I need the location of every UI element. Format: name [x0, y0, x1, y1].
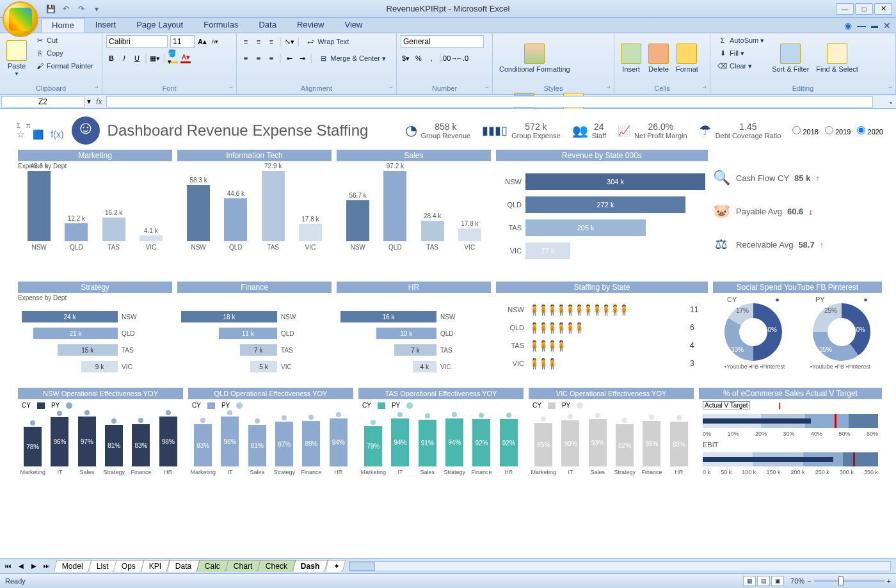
font-color-icon[interactable]: A▾: [180, 53, 191, 63]
tab-insert[interactable]: Insert: [85, 18, 127, 33]
increase-decimal-icon[interactable]: .00→: [444, 53, 454, 63]
sheet-tab-dash[interactable]: Dash: [292, 560, 328, 572]
insert-cells-button[interactable]: Insert: [618, 35, 644, 82]
sheet-tab-ops[interactable]: Ops: [113, 560, 145, 572]
maximize-button[interactable]: □: [855, 3, 873, 15]
dashboard-title: Dashboard Revenue Expense Staffing: [108, 122, 369, 139]
cut-button[interactable]: ✂Cut: [31, 35, 97, 46]
help-icon[interactable]: ◉ —▬✕: [844, 18, 891, 33]
view-page-layout-button[interactable]: ▤: [757, 576, 770, 586]
align-center-icon[interactable]: ≡: [253, 53, 264, 63]
sheet-nav-prev[interactable]: ◀: [15, 561, 27, 571]
decrease-decimal-icon[interactable]: ←.0: [457, 53, 467, 63]
sheet-tab-kpi[interactable]: KPI: [141, 560, 170, 572]
decrease-indent-icon[interactable]: ⇤: [284, 53, 294, 63]
fx-icon[interactable]: fx: [92, 97, 106, 106]
increase-font-icon[interactable]: A▴: [197, 36, 207, 47]
year-radio-2018[interactable]: 2018: [792, 126, 819, 136]
underline-button[interactable]: U: [132, 53, 142, 63]
delete-cells-button[interactable]: Delete: [646, 35, 671, 82]
align-middle-icon[interactable]: ≡: [253, 36, 264, 47]
font-name-combo[interactable]: [106, 35, 168, 48]
comma-icon[interactable]: ,: [426, 53, 436, 63]
align-top-icon[interactable]: ≡: [241, 36, 251, 47]
sheet-nav-last[interactable]: ⏭: [41, 561, 52, 571]
italic-button[interactable]: I: [119, 53, 129, 63]
align-left-icon[interactable]: ≡: [241, 53, 251, 63]
format-painter-button[interactable]: 🖌Format Painter: [31, 60, 97, 72]
merge-center-button[interactable]: ⊟Merge & Center ▾: [315, 52, 389, 64]
conditional-formatting-button[interactable]: Conditional Formatting: [497, 35, 573, 82]
namebox-dropdown-icon[interactable]: ▼: [86, 98, 92, 105]
copy-button[interactable]: ⎘Copy: [31, 47, 97, 59]
chart-eff-qld: QLD Operational Effectiveness YOY CY PY …: [187, 388, 355, 497]
tab-review[interactable]: Review: [287, 18, 335, 33]
people-icon: 👥: [572, 123, 588, 138]
clear-button[interactable]: ⌫Clear ▾: [714, 60, 767, 72]
tab-pagelayout[interactable]: Page Layout: [126, 18, 193, 33]
align-right-icon[interactable]: ≡: [266, 53, 276, 63]
number-format-combo[interactable]: [401, 35, 484, 48]
bar: 90% IT: [558, 420, 582, 475]
border-icon[interactable]: ▦▾: [150, 53, 160, 63]
zoom-level[interactable]: 70%: [790, 577, 804, 585]
format-cells-button[interactable]: Format: [673, 35, 701, 82]
worksheet-area[interactable]: Σ π☆ 🟦 f(x) Dashboard Revenue Expense St…: [0, 109, 896, 558]
tab-formulas[interactable]: Formulas: [193, 18, 248, 33]
qat-dropdown-icon[interactable]: ▾: [91, 3, 102, 15]
horizontal-scrollbar[interactable]: [349, 561, 891, 571]
minimize-button[interactable]: —: [836, 3, 854, 15]
person-icon: 🧍: [528, 340, 537, 352]
bar: 92% HR: [497, 419, 521, 475]
statusbar: Ready ▦ ▤ ▣ 70% − +: [0, 573, 896, 587]
view-page-break-button[interactable]: ▣: [771, 576, 784, 586]
currency-icon[interactable]: $▾: [401, 53, 411, 63]
zoom-slider[interactable]: [814, 580, 884, 582]
sheet-nav-first[interactable]: ⏮: [3, 561, 14, 571]
group-number-label: Number: [401, 84, 488, 93]
save-icon[interactable]: 💾: [45, 3, 56, 15]
sheet-tab-chart[interactable]: Chart: [225, 560, 261, 572]
fill-button[interactable]: ⬇Fill ▾: [714, 47, 767, 59]
year-radio-2019[interactable]: 2019: [825, 126, 851, 136]
sheet-tab-model[interactable]: Model: [53, 560, 92, 572]
tab-data[interactable]: Data: [248, 18, 286, 33]
new-sheet-button[interactable]: ✦: [324, 560, 346, 572]
close-button[interactable]: ✕: [874, 3, 892, 15]
tab-view[interactable]: View: [335, 18, 373, 33]
font-size-combo[interactable]: [170, 35, 195, 48]
bar: 87% Strategy: [272, 422, 296, 475]
percent-icon[interactable]: %: [413, 53, 424, 63]
sheet-tab-check[interactable]: Check: [257, 560, 296, 572]
chart-eff-nsw: NSW Operational Effectiveness YOY CY PY …: [17, 388, 184, 497]
align-bottom-icon[interactable]: ≡: [266, 36, 276, 47]
paste-button[interactable]: Paste▼: [4, 35, 29, 82]
view-normal-button[interactable]: ▦: [743, 576, 756, 586]
donut-chart: 40% 35% 25%: [813, 303, 870, 361]
increase-indent-icon[interactable]: ⇥: [297, 53, 307, 63]
office-button[interactable]: [3, 1, 38, 37]
redo-icon[interactable]: ↷: [76, 3, 87, 15]
formula-expand-icon[interactable]: ⌄: [886, 98, 896, 105]
name-box[interactable]: [1, 96, 84, 107]
decrease-font-icon[interactable]: A▾: [210, 36, 220, 47]
zoom-in-button[interactable]: +: [887, 577, 891, 585]
autosum-button[interactable]: ΣAutoSum ▾: [714, 35, 767, 46]
sort-filter-button[interactable]: Sort & Filter: [769, 35, 812, 82]
bold-button[interactable]: B: [106, 53, 116, 63]
orientation-icon[interactable]: ⤡▾: [284, 36, 294, 47]
sheet-tab-data[interactable]: Data: [166, 560, 200, 572]
formula-input[interactable]: [106, 96, 873, 107]
year-radio-2020[interactable]: 2020: [857, 126, 883, 136]
wrap-text-button[interactable]: ⮐Wrap Text: [302, 36, 352, 47]
sheet-nav-next[interactable]: ▶: [28, 561, 40, 571]
find-select-button[interactable]: Find & Select: [813, 35, 860, 82]
sheet-tab-list[interactable]: List: [88, 560, 117, 572]
window-title: RevenueKPIRpt - Microsoft Excel: [387, 4, 510, 13]
tab-home[interactable]: Home: [41, 18, 85, 33]
person-icon: 🧍: [546, 304, 555, 316]
fill-color-icon[interactable]: 🪣▾: [168, 53, 178, 63]
undo-icon[interactable]: ↶: [60, 3, 72, 15]
zoom-out-button[interactable]: −: [807, 577, 811, 585]
sheet-tab-calc[interactable]: Calc: [196, 560, 229, 572]
